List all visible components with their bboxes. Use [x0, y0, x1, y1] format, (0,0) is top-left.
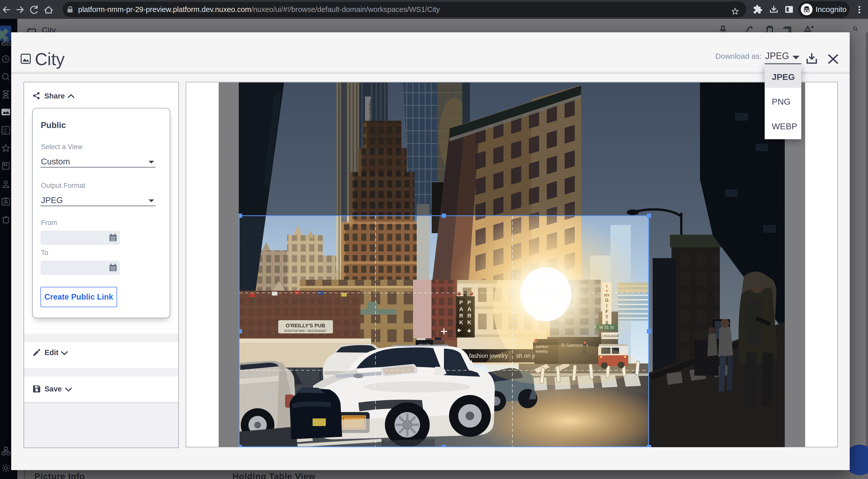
svg-text:O'REILLY'S PUB: O'REILLY'S PUB: [286, 323, 325, 328]
svg-text:ROOFTOP BAR + RESTAURANT: ROOFTOP BAR + RESTAURANT: [284, 329, 327, 332]
